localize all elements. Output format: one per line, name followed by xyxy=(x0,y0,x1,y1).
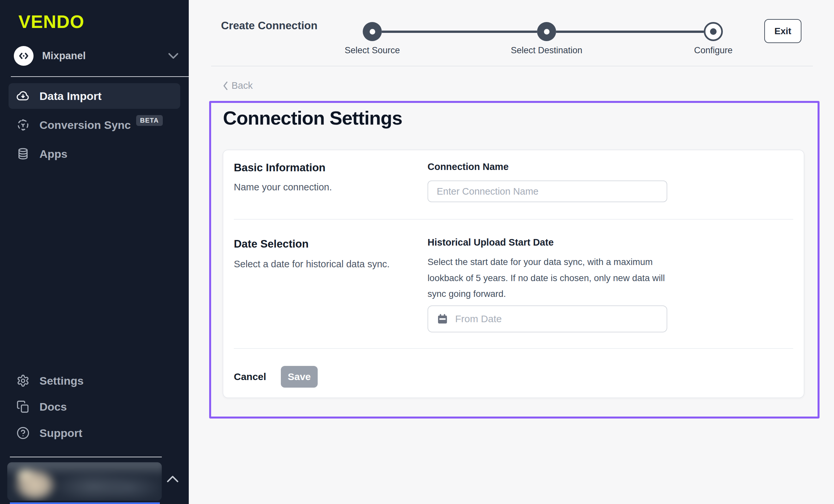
mixpanel-logo-icon xyxy=(17,50,30,62)
historical-upload-help: Select the start date for your data sync… xyxy=(427,254,673,302)
step-node-select-destination xyxy=(537,22,556,41)
card-divider-1 xyxy=(234,219,793,220)
sidebar-item-support[interactable]: Support xyxy=(8,422,180,443)
from-date-placeholder: From Date xyxy=(455,313,502,325)
panel-title: Connection Settings xyxy=(223,107,402,129)
conversion-sync-icon xyxy=(16,118,30,132)
stepper-line-2 xyxy=(556,30,704,33)
step-label-configure: Configure xyxy=(648,45,779,56)
sidebar: VENDO Mixpanel Data Imp xyxy=(0,0,189,504)
date-selection-subtitle: Select a date for historical data sync. xyxy=(234,259,390,269)
app-window: VENDO Mixpanel Data Imp xyxy=(0,0,834,504)
sidebar-item-label: Apps xyxy=(40,148,67,160)
sidebar-item-label: Settings xyxy=(40,374,84,387)
exit-button[interactable]: Exit xyxy=(764,19,802,43)
chevron-down-icon xyxy=(168,52,179,60)
connection-settings-panel: Connection Settings Basic Information Na… xyxy=(209,101,819,418)
mixpanel-avatar xyxy=(14,46,34,66)
sidebar-item-docs[interactable]: Docs xyxy=(8,396,180,417)
date-selection-title: Date Selection xyxy=(234,238,308,250)
chevron-up-icon xyxy=(166,475,179,483)
chevron-left-icon xyxy=(222,81,229,91)
stepper-line-1 xyxy=(382,30,537,33)
step-label-select-source: Select Source xyxy=(307,45,438,56)
page-title: Create Connection xyxy=(221,19,317,32)
sidebar-divider-top xyxy=(11,76,189,77)
save-button[interactable]: Save xyxy=(281,366,318,388)
user-account-blurred[interactable] xyxy=(7,462,162,501)
settings-card: Basic Information Name your connection. … xyxy=(223,150,805,398)
sidebar-item-label: Data Import xyxy=(40,90,102,103)
sidebar-item-label: Docs xyxy=(40,400,67,413)
basic-information-title: Basic Information xyxy=(234,161,326,174)
sidebar-item-label: Support xyxy=(40,427,82,440)
back-label: Back xyxy=(232,80,253,91)
sidebar-divider-bottom xyxy=(10,457,162,457)
sidebar-item-apps[interactable]: Apps xyxy=(8,141,180,167)
basic-information-subtitle: Name your connection. xyxy=(234,182,332,193)
create-connection-header: Create Connection Select Source Select D… xyxy=(189,0,834,66)
main-area: Create Connection Select Source Select D… xyxy=(189,0,834,504)
bottom-blue-strip xyxy=(10,502,160,504)
gear-icon xyxy=(16,373,30,388)
card-divider-2 xyxy=(234,348,793,349)
calendar-icon xyxy=(436,313,448,325)
step-label-select-destination: Select Destination xyxy=(481,45,612,56)
docs-icon xyxy=(16,399,30,414)
cloud-download-icon xyxy=(16,89,30,103)
back-link[interactable]: Back xyxy=(222,80,253,91)
account-menu-toggle[interactable] xyxy=(166,474,180,485)
beta-badge: BETA xyxy=(136,115,163,126)
vendo-logo: VENDO xyxy=(18,11,85,32)
user-account-blur xyxy=(7,462,162,501)
sidebar-item-data-import[interactable]: Data Import xyxy=(8,83,180,109)
sidebar-item-label: Conversion Sync xyxy=(40,119,131,132)
workspace-name: Mixpanel xyxy=(42,50,168,62)
database-icon xyxy=(16,147,30,161)
step-node-select-source xyxy=(363,22,382,41)
historical-upload-label: Historical Upload Start Date xyxy=(427,237,554,248)
cancel-button[interactable]: Cancel xyxy=(234,371,266,382)
question-circle-icon xyxy=(16,426,30,440)
sidebar-item-conversion-sync[interactable]: Conversion Sync BETA xyxy=(8,112,180,138)
workspace-switcher[interactable]: Mixpanel xyxy=(14,45,179,66)
sidebar-item-settings[interactable]: Settings xyxy=(8,370,180,391)
connection-name-label: Connection Name xyxy=(427,161,509,172)
step-node-configure xyxy=(704,22,723,41)
from-date-input[interactable]: From Date xyxy=(427,305,667,332)
connection-name-input[interactable] xyxy=(427,180,667,202)
